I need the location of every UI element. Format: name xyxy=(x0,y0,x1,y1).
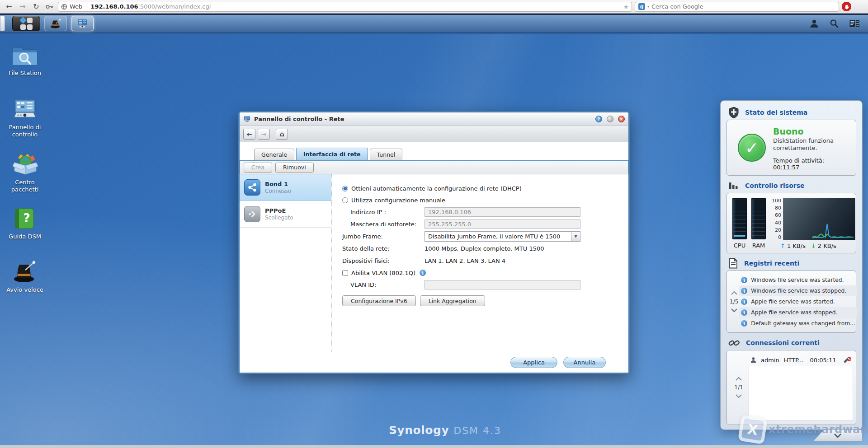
current-connections-card: 1/1 admin HTTP... 00:05:11 xyxy=(726,350,856,425)
connections-empty-area xyxy=(749,366,853,421)
jumbo-select[interactable]: Disabilita Jumbo Frame, il valore MTU è … xyxy=(425,231,580,242)
nav-back-button[interactable]: ← xyxy=(243,129,255,140)
widget-panel: Stato del sistema ✓ Buono DiskStation fu… xyxy=(720,100,863,430)
window-title-icon xyxy=(243,116,251,123)
remove-button[interactable]: Rimuovi xyxy=(275,163,314,173)
pppoe-interface-icon xyxy=(244,206,260,222)
search-engine-dropdown-icon[interactable]: ▾ xyxy=(647,5,649,9)
browser-back-icon[interactable]: ← xyxy=(4,2,14,12)
window-close-button[interactable]: × xyxy=(618,116,625,122)
log-row[interactable]: iDefault gateway was changed from... xyxy=(739,318,857,329)
magic-hat-icon xyxy=(50,18,61,29)
desktop-icon-label: Pannello di controllo xyxy=(4,124,46,138)
window-title: Pannello di controllo - Rete xyxy=(254,116,591,122)
nav-forward-button[interactable]: → xyxy=(258,129,270,140)
search-input[interactable] xyxy=(651,3,835,10)
manual-radio[interactable] xyxy=(342,197,348,203)
shield-icon xyxy=(728,107,739,118)
link-aggregation-button[interactable]: Link Aggregation xyxy=(420,295,485,306)
create-button[interactable]: Crea xyxy=(244,163,272,173)
widgets-icon[interactable] xyxy=(849,19,860,28)
file-station-icon xyxy=(12,43,38,67)
search-engine-icon[interactable]: g xyxy=(638,3,645,10)
kick-connection-icon[interactable] xyxy=(843,357,851,363)
connection-row[interactable]: admin HTTP... 00:05:11 xyxy=(749,354,853,366)
apply-button[interactable]: Applica xyxy=(510,357,557,368)
ipv6-config-button[interactable]: Configurazione IPv6 xyxy=(342,295,416,306)
brand-product: DSM 4.3 xyxy=(453,425,501,436)
search-box[interactable]: g ▾ xyxy=(635,2,839,12)
desktop-icon-package-center[interactable]: Centro pacchetti xyxy=(4,153,46,193)
window-pin-button[interactable] xyxy=(607,116,613,122)
address-bar[interactable]: Web 192.168.0.106:5000/webman/index.cgi … xyxy=(58,2,632,12)
tab-generale[interactable]: Generale xyxy=(254,149,294,160)
window-nav-row: ← → ⌂ xyxy=(240,126,628,142)
cancel-button[interactable]: Annulla xyxy=(563,357,606,368)
dhcp-radio[interactable] xyxy=(342,186,348,191)
desktop-icon-quick-start[interactable]: Avvio veloce xyxy=(4,260,46,294)
main-menu-button[interactable] xyxy=(12,16,40,31)
site-identity[interactable]: Web xyxy=(61,3,86,10)
system-uptime: Tempo di attività: 00:11:57 xyxy=(773,157,850,171)
select-arrow-icon[interactable]: ▼ xyxy=(571,232,580,241)
svg-text:?: ? xyxy=(23,211,30,225)
control-panel-icon xyxy=(12,98,38,121)
taskbar-control-panel-button[interactable] xyxy=(71,16,94,31)
tab-interfaccia-di-rete[interactable]: Interfaccia di rete xyxy=(296,148,368,160)
desktop-icon-file-station[interactable]: File Station xyxy=(4,43,46,77)
vlan-info-icon[interactable]: i xyxy=(420,270,426,276)
dialog-footer: Applica Annulla xyxy=(240,352,628,373)
adblock-stop-icon[interactable] xyxy=(842,2,851,11)
log-row[interactable]: iApple file service was started. xyxy=(739,296,857,307)
cpu-gauge-fill xyxy=(734,235,745,237)
resource-monitor-card: CPU RAM 100 80 60 40 20 0 xyxy=(726,193,856,253)
taskbar-quickstart-button[interactable] xyxy=(44,16,67,31)
nav-home-button[interactable]: ⌂ xyxy=(276,129,288,140)
interface-name: PPPoE xyxy=(265,207,293,215)
user-icon[interactable] xyxy=(809,19,819,28)
tab-bar: Generale Interfaccia di rete Tunnel xyxy=(240,142,628,161)
control-panel-window: Pannello di controllo - Rete ? × ← → ⌂ G… xyxy=(238,111,630,374)
browser-reload-icon[interactable]: ↻ xyxy=(31,2,42,12)
pager-down-icon[interactable] xyxy=(736,394,742,398)
browser-forward-icon[interactable]: → xyxy=(17,2,28,12)
subnet-label: Maschera di sottorete: xyxy=(342,221,425,228)
url-path: :5000/webman/index.cgi xyxy=(138,3,211,10)
log-row[interactable]: iWindows file service was started. xyxy=(739,275,857,285)
package-center-icon xyxy=(12,153,38,176)
bond-interface-icon xyxy=(244,179,260,196)
window-content: Generale Interfaccia di rete Tunnel Crea… xyxy=(240,142,628,373)
desktop-icon-control-panel[interactable]: Pannello di controllo xyxy=(4,98,46,138)
cpu-label: CPU xyxy=(734,242,745,249)
ip-label: Indirizzo IP : xyxy=(342,209,425,215)
pager-down-icon[interactable] xyxy=(731,308,737,312)
window-help-button[interactable]: ? xyxy=(595,116,602,122)
upload-series-line xyxy=(812,224,854,238)
window-titlebar[interactable]: Pannello di controllo - Rete ? × xyxy=(240,112,628,126)
log-list: iWindows file service was started. iWind… xyxy=(739,275,857,329)
jumbo-select-value: Disabilita Jumbo Frame, il valore MTU è … xyxy=(425,233,571,240)
url-text[interactable]: 192.168.0.106:5000/webman/index.cgi xyxy=(86,3,623,10)
network-chart-yaxis: 100 80 60 40 20 0 xyxy=(770,198,781,240)
bookmark-star-icon[interactable]: ★ xyxy=(623,3,629,10)
log-row[interactable]: iApple file service was stopped. xyxy=(739,307,857,318)
show-desktop-button[interactable] xyxy=(0,16,5,31)
desktop-icon-dsm-help[interactable]: ? Guida DSM xyxy=(4,207,46,240)
log-row[interactable]: iWindows file service was stopped. xyxy=(739,285,857,296)
interface-item-bond1[interactable]: Bond 1 Connesso xyxy=(240,174,331,201)
connection-user-icon xyxy=(750,357,756,363)
vlan-checkbox[interactable] xyxy=(342,270,348,276)
info-icon: i xyxy=(741,320,747,327)
vlan-id-field[interactable] xyxy=(425,280,580,289)
download-value: 2 KB/s xyxy=(818,243,836,249)
dsm-branding: Synology DSM 4.3 xyxy=(389,424,501,437)
subnet-field[interactable] xyxy=(425,219,580,229)
pager-up-icon[interactable] xyxy=(736,377,742,381)
browser-key-icon[interactable] xyxy=(44,2,55,12)
tab-tunnel[interactable]: Tunnel xyxy=(370,149,403,160)
network-chart-plot xyxy=(783,198,855,240)
search-icon[interactable] xyxy=(829,19,839,28)
pager-up-icon[interactable] xyxy=(731,291,737,295)
ip-field[interactable] xyxy=(425,207,580,217)
interface-item-pppoe[interactable]: PPPoE Scollegato xyxy=(240,201,331,228)
